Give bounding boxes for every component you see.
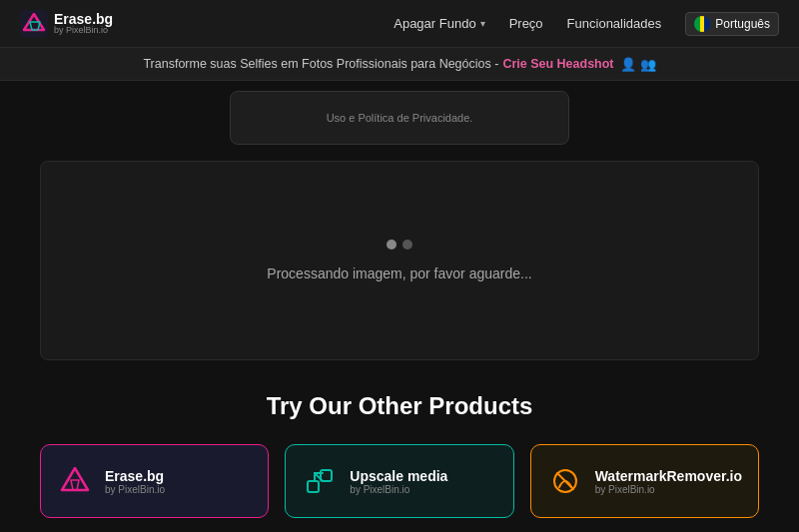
navbar: Erase.bg by PixelBin.io Apagar Fundo ▾ P…	[0, 0, 799, 48]
nav-pricing[interactable]: Preço	[509, 16, 543, 31]
erase-by: by PixelBin.io	[105, 484, 165, 495]
announcement-bar: Transforme suas Selfies em Fotos Profiss…	[0, 48, 799, 81]
announcement-text: Transforme suas Selfies em Fotos Profiss…	[143, 57, 498, 71]
products-title: Try Our Other Products	[40, 392, 759, 420]
processing-section: Processando imagem, por favor aguarde...	[40, 161, 759, 360]
products-section: Try Our Other Products Erase.bg by Pixel…	[0, 360, 799, 532]
chevron-down-icon: ▾	[480, 18, 485, 29]
svg-marker-3	[62, 468, 88, 490]
logo-subtitle: by PixelBin.io	[54, 26, 113, 35]
nav-links: Apagar Fundo ▾ Preço Funcionalidades Por…	[394, 12, 779, 36]
processing-text: Processando imagem, por favor aguarde...	[267, 266, 531, 281]
erase-name: Erase.bg	[105, 468, 165, 484]
svg-marker-4	[71, 480, 79, 490]
nav-features[interactable]: Funcionalidades	[567, 16, 662, 31]
announcement-icons: 👤 👥	[620, 56, 656, 72]
person-icon-1: 👤	[620, 56, 636, 72]
product-card-watermark[interactable]: WatermarkRemover.io by PixelBin.io	[530, 444, 759, 518]
logo-title: Erase.bg	[54, 12, 113, 26]
upload-card: Uso e Política de Privacidade.	[230, 91, 569, 145]
headshot-link[interactable]: Crie Seu Headshot	[502, 57, 613, 71]
erase-icon	[57, 463, 93, 499]
logo[interactable]: Erase.bg by PixelBin.io	[20, 10, 113, 38]
products-grid: Erase.bg by PixelBin.io Upscale media by…	[40, 444, 759, 518]
product-card-upscale[interactable]: Upscale media by PixelBin.io	[285, 444, 513, 518]
privacy-text: Uso e Política de Privacidade.	[327, 112, 473, 124]
loading-dot-1	[387, 240, 397, 250]
upscale-name: Upscale media	[350, 468, 447, 484]
person-icon-2: 👥	[640, 56, 656, 72]
svg-rect-5	[308, 481, 319, 492]
language-selector[interactable]: Português	[685, 12, 779, 36]
watermark-icon	[547, 463, 583, 499]
product-card-erase[interactable]: Erase.bg by PixelBin.io	[40, 444, 269, 518]
upload-section: Uso e Política de Privacidade.	[0, 81, 799, 161]
watermark-name: WatermarkRemover.io	[595, 468, 742, 484]
logo-icon	[20, 10, 48, 38]
flag-icon	[694, 16, 710, 32]
loading-dot-2	[402, 240, 412, 250]
watermark-by: by PixelBin.io	[595, 484, 742, 495]
upscale-by: by PixelBin.io	[350, 484, 447, 495]
nav-remove-bg[interactable]: Apagar Fundo ▾	[394, 16, 484, 31]
loading-dots	[387, 240, 412, 250]
upscale-icon	[302, 463, 338, 499]
